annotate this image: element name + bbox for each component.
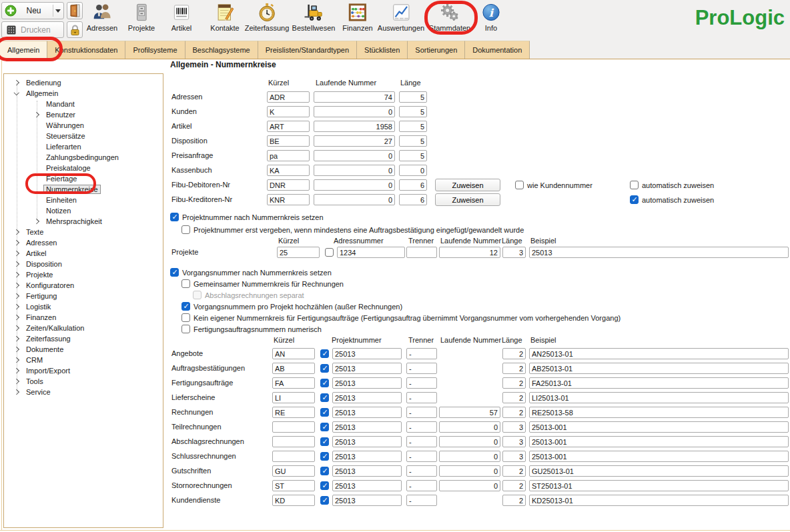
tree-item-import-export[interactable]: Import/Export: [4, 365, 163, 376]
trenner-input[interactable]: [406, 480, 437, 491]
tree-item-allgemein[interactable]: Allgemein: [4, 88, 163, 99]
tree-item-zahlungsbedingungen[interactable]: Zahlungsbedingungen: [4, 152, 163, 163]
beispiel-field[interactable]: [529, 377, 789, 389]
toolbar-item-kontakte[interactable]: Kontakte: [210, 2, 239, 32]
kuerzel-input[interactable]: [267, 106, 310, 117]
laufende-nummer-input[interactable]: [314, 106, 395, 117]
kuerzel-input[interactable]: [272, 377, 315, 389]
chevron-right-icon[interactable]: [13, 314, 21, 321]
laufende-nummer-input[interactable]: [314, 135, 395, 147]
laufende-nummer-input[interactable]: [439, 421, 500, 433]
kuerzel-input[interactable]: [272, 392, 315, 403]
laenge-input[interactable]: [502, 363, 526, 374]
chevron-right-icon[interactable]: [13, 357, 21, 364]
tree-item-logistik[interactable]: Logistik: [4, 301, 163, 312]
kuerzel-input[interactable]: [277, 247, 320, 258]
kuerzel-input[interactable]: [267, 179, 310, 191]
projektnummer-checkbox[interactable]: [320, 349, 329, 358]
tab-konstruktionsdaten[interactable]: Konstruktionsdaten: [47, 41, 125, 59]
projektnummer-input[interactable]: [332, 392, 402, 403]
wie-kundennummer-checkbox[interactable]: [515, 181, 524, 189]
trenner-input[interactable]: [406, 348, 437, 359]
beispiel-field[interactable]: [529, 465, 789, 477]
projektnummer-input[interactable]: [332, 436, 402, 447]
trenner-input[interactable]: [406, 436, 437, 447]
laenge-input[interactable]: [502, 436, 526, 447]
trenner-input[interactable]: [406, 392, 437, 403]
chevron-right-icon[interactable]: [33, 218, 41, 225]
neu-button[interactable]: Neu: [1, 2, 64, 19]
laenge-input[interactable]: [502, 392, 526, 403]
laenge-input[interactable]: [399, 179, 427, 191]
kuerzel-input[interactable]: [267, 91, 310, 103]
tab-profilsysteme[interactable]: Profilsysteme: [125, 41, 185, 59]
tree-item-dokumente[interactable]: Dokumente: [4, 344, 163, 355]
chevron-down-icon[interactable]: [13, 90, 21, 97]
trenner-input[interactable]: [406, 495, 437, 506]
chevron-right-icon[interactable]: [13, 389, 21, 396]
tab-stuecklisten[interactable]: Stücklisten: [357, 41, 408, 59]
tree-item-mehrsprachigkeit[interactable]: Mehrsprachigkeit: [4, 216, 163, 227]
projektnummer-checkbox[interactable]: [320, 481, 329, 490]
projektnummer-input[interactable]: [332, 407, 402, 418]
kuerzel-input[interactable]: [272, 421, 315, 433]
projektnummer-input[interactable]: [332, 451, 402, 462]
beispiel-field[interactable]: [529, 247, 789, 258]
projektnummer-checkbox[interactable]: [320, 496, 329, 505]
projektnummer-checkbox[interactable]: [320, 423, 329, 431]
beispiel-field[interactable]: [529, 495, 789, 506]
tab-allgemein[interactable]: Allgemein: [0, 41, 47, 59]
projektnummer-checkbox[interactable]: [320, 452, 329, 461]
laufende-nummer-input[interactable]: [439, 480, 500, 491]
laenge-input[interactable]: [502, 451, 526, 462]
tree-item-texte[interactable]: Texte: [4, 227, 163, 237]
chevron-right-icon[interactable]: [13, 335, 21, 343]
tree-item-w-hrungen[interactable]: Währungen: [4, 120, 163, 131]
trenner-input[interactable]: [406, 363, 437, 374]
projektnummer-checkbox[interactable]: [320, 393, 329, 402]
laenge-input[interactable]: [502, 348, 526, 359]
projektnummer-checkbox[interactable]: [320, 408, 329, 417]
kuerzel-input[interactable]: [272, 348, 315, 359]
chevron-right-icon[interactable]: [13, 261, 21, 268]
kuerzel-input[interactable]: [267, 121, 310, 132]
kuerzel-input[interactable]: [267, 135, 310, 147]
tree-item-crm[interactable]: CRM: [4, 355, 163, 365]
beispiel-field[interactable]: [529, 363, 789, 374]
tree-item-feiertage[interactable]: Feiertage: [4, 173, 163, 184]
chevron-right-icon[interactable]: [33, 111, 41, 119]
beispiel-field[interactable]: [529, 436, 789, 447]
beispiel-field[interactable]: [529, 421, 789, 433]
laufende-nummer-input[interactable]: [314, 150, 395, 161]
tab-preislisten-standardtypen[interactable]: Preislisten/Standardtypen: [258, 41, 357, 59]
tree-item-projekte[interactable]: Projekte: [4, 269, 163, 280]
trenner-input[interactable]: [406, 377, 437, 389]
beispiel-field[interactable]: [529, 348, 789, 359]
projektnummer-checkbox[interactable]: [320, 379, 329, 387]
chevron-right-icon[interactable]: [13, 282, 21, 289]
chevron-right-icon[interactable]: [13, 239, 21, 247]
projektnummer-checkbox[interactable]: [320, 467, 329, 475]
trenner-input[interactable]: [406, 407, 437, 418]
tree-item-fertigung[interactable]: Fertigung: [4, 291, 163, 301]
laenge-input[interactable]: [502, 247, 526, 258]
laenge-input[interactable]: [502, 480, 526, 491]
laenge-input[interactable]: [399, 194, 427, 205]
laenge-input[interactable]: [502, 465, 526, 477]
chevron-right-icon[interactable]: [13, 79, 21, 87]
projektnummer-checkbox[interactable]: [320, 364, 329, 373]
trenner-input[interactable]: [406, 247, 437, 258]
vorgang-option-checkbox-1[interactable]: [181, 279, 190, 288]
kuerzel-input[interactable]: [272, 363, 315, 374]
chevron-right-icon[interactable]: [13, 367, 21, 375]
tree-item-benutzer[interactable]: Benutzer: [4, 109, 163, 120]
laufende-nummer-input[interactable]: [314, 165, 395, 176]
tree-item-adressen[interactable]: Adressen: [4, 237, 163, 248]
chevron-right-icon[interactable]: [13, 250, 21, 257]
kuerzel-input[interactable]: [272, 495, 315, 506]
laenge-input[interactable]: [399, 135, 427, 147]
adressnummer-input[interactable]: [337, 247, 405, 258]
projektnummer-erst-vergeben-checkbox[interactable]: [181, 225, 190, 234]
laufende-nummer-input[interactable]: [439, 436, 500, 447]
exit-button[interactable]: [67, 2, 83, 19]
